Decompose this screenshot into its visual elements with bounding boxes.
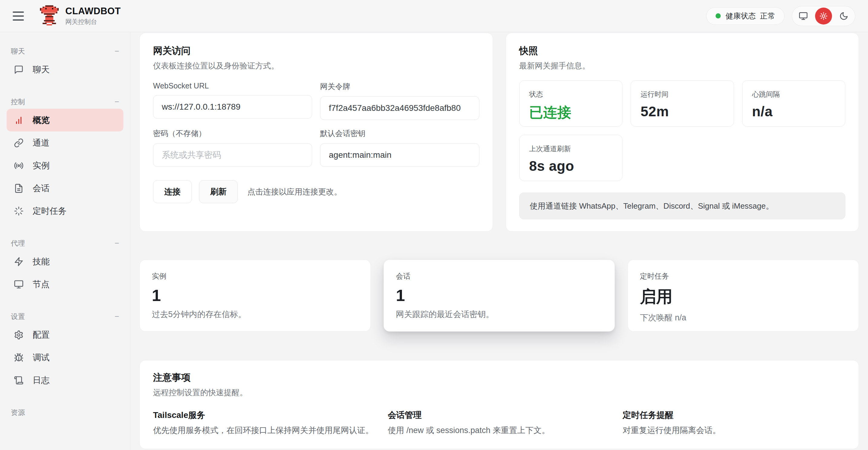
- sidebar-item-nodes[interactable]: 节点: [7, 273, 123, 296]
- ws-url-field-group: WebSocket URL: [153, 81, 312, 120]
- sidebar-item-cron[interactable]: 定时任务: [7, 200, 123, 222]
- link-icon: [14, 138, 24, 148]
- password-label: 密码（不存储）: [153, 129, 312, 138]
- sidebar-section-agent: 代理 − 技能 节点: [7, 238, 123, 296]
- note-body: 使用 /new 或 sessions.patch 来重置上下文。: [388, 425, 610, 435]
- instances-stat-card: 实例 1 过去5分钟内的存在信标。: [140, 259, 371, 332]
- sidebar-item-label: 定时任务: [33, 205, 66, 217]
- heartbeat-tile-value: n/a: [752, 103, 836, 120]
- sidebar-item-label: 通道: [33, 137, 50, 149]
- section-label: 设置: [11, 312, 25, 321]
- sidebar-item-logs[interactable]: 日志: [7, 369, 123, 392]
- note-body: 对重复运行使用隔离会话。: [623, 425, 845, 435]
- connect-hint: 点击连接以应用连接更改。: [247, 187, 342, 197]
- sidebar-section-chat: 聊天 − 聊天: [7, 47, 123, 81]
- sidebar-item-label: 概览: [33, 114, 50, 126]
- sidebar-item-instances[interactable]: 实例: [7, 154, 123, 177]
- sidebar-item-label: 配置: [33, 329, 50, 341]
- sidebar-section-control: 控制 − 概览 通道: [7, 97, 123, 222]
- moon-icon: [839, 11, 848, 21]
- monitor-icon: [14, 280, 24, 289]
- app-header: CLAWDBOT 网关控制台 健康状态 正常: [0, 0, 868, 32]
- gateway-card-subtitle: 仪表板连接位置以及身份验证方式。: [153, 61, 479, 71]
- theme-light-button[interactable]: [815, 7, 832, 25]
- sessions-label: 会话: [396, 271, 602, 281]
- snapshot-card-subtitle: 最新网关握手信息。: [519, 61, 846, 71]
- sidebar-item-label: 会话: [33, 182, 50, 194]
- app-subtitle: 网关控制台: [65, 18, 121, 26]
- password-field-group: 密码（不存储）: [153, 129, 312, 167]
- sidebar-section-settings: 设置 − 配置 调试: [7, 312, 123, 392]
- sidebar-item-chat[interactable]: 聊天: [7, 58, 123, 81]
- status-tile-value: 已连接: [529, 103, 613, 122]
- status-tile: 状态 已连接: [519, 80, 623, 126]
- theme-system-button[interactable]: [796, 9, 810, 23]
- sidebar-item-skills[interactable]: 技能: [7, 250, 123, 273]
- note-item-sessions: 会话管理 使用 /new 或 sessions.patch 来重置上下文。: [388, 410, 610, 435]
- note-body: 优先使用服务模式，在回环接口上保持网关并使用尾网认证。: [153, 425, 376, 435]
- password-input[interactable]: [153, 143, 312, 167]
- heartbeat-tile: 心跳间隔 n/a: [742, 80, 846, 126]
- collapse-icon: −: [115, 238, 119, 248]
- gateway-card-title: 网关访问: [153, 45, 479, 57]
- menu-toggle-button[interactable]: [13, 10, 27, 22]
- health-dot-icon: [716, 13, 721, 19]
- zap-icon: [14, 257, 24, 266]
- clawdbot-logo: [40, 5, 59, 27]
- cron-stat-card: 定时任务 启用 下次唤醒 n/a: [627, 259, 859, 332]
- theme-dark-button[interactable]: [837, 9, 851, 23]
- cron-desc: 下次唤醒 n/a: [640, 312, 846, 323]
- cron-label: 定时任务: [640, 271, 846, 281]
- sidebar-section-agent-header[interactable]: 代理 −: [7, 238, 123, 248]
- notes-card-subtitle: 远程控制设置的快速提醒。: [153, 388, 845, 397]
- status-tile-label: 状态: [529, 90, 613, 99]
- sidebar-item-label: 聊天: [33, 64, 50, 76]
- sidebar-section-chat-header[interactable]: 聊天 −: [7, 47, 123, 56]
- sidebar-section-resources-header[interactable]: 资源: [7, 408, 123, 417]
- sessions-value: 1: [396, 286, 602, 305]
- connect-button[interactable]: 连接: [153, 180, 192, 203]
- sidebar-section-resources: 资源: [7, 408, 123, 417]
- last-refresh-tile-value: 8s ago: [529, 158, 613, 174]
- app-title: CLAWDBOT: [65, 6, 121, 16]
- note-heading: 定时任务提醒: [623, 410, 845, 421]
- monitor-icon: [799, 11, 808, 21]
- refresh-button[interactable]: 刷新: [199, 180, 238, 203]
- sidebar-item-debug[interactable]: 调试: [7, 346, 123, 369]
- sidebar-item-label: 技能: [33, 256, 50, 268]
- notes-card-title: 注意事项: [153, 372, 845, 384]
- broadcast-icon: [14, 161, 24, 170]
- health-value: 正常: [760, 11, 775, 21]
- notes-card: 注意事项 远程控制设置的快速提醒。 Tailscale服务 优先使用服务模式，在…: [140, 360, 859, 449]
- section-label: 资源: [11, 408, 25, 417]
- token-field-group: 网关令牌: [320, 81, 479, 120]
- sidebar-item-config[interactable]: 配置: [7, 324, 123, 346]
- theme-switcher: [792, 6, 855, 26]
- session-key-input[interactable]: [320, 143, 479, 167]
- sidebar-section-control-header[interactable]: 控制 −: [7, 97, 123, 106]
- note-heading: 会话管理: [388, 410, 610, 421]
- token-label: 网关令牌: [320, 81, 479, 91]
- health-label: 健康状态: [725, 11, 756, 21]
- sidebar-item-overview[interactable]: 概览: [7, 109, 123, 132]
- sidebar-item-channels[interactable]: 通道: [7, 132, 123, 154]
- health-status-badge: 健康状态 正常: [706, 7, 784, 25]
- collapse-icon: −: [115, 97, 119, 107]
- note-item-tailscale: Tailscale服务 优先使用服务模式，在回环接口上保持网关并使用尾网认证。: [153, 410, 376, 435]
- sidebar-section-settings-header[interactable]: 设置 −: [7, 312, 123, 321]
- section-label: 聊天: [11, 47, 25, 56]
- sidebar: 聊天 − 聊天 控制 − 概览: [0, 32, 130, 450]
- collapse-icon: −: [115, 312, 119, 321]
- sessions-stat-card: 会话 1 网关跟踪的最近会话密钥。: [383, 259, 615, 332]
- file-text-icon: [14, 184, 24, 193]
- uptime-tile-label: 运行时间: [641, 90, 724, 99]
- ws-url-label: WebSocket URL: [153, 81, 312, 90]
- token-input[interactable]: [320, 96, 479, 120]
- note-item-cron: 定时任务提醒 对重复运行使用隔离会话。: [623, 410, 845, 435]
- session-key-field-group: 默认会话密钥: [320, 129, 479, 167]
- bar-chart-icon: [14, 115, 24, 125]
- sidebar-item-sessions[interactable]: 会话: [7, 177, 123, 200]
- loader-icon: [14, 206, 24, 216]
- ws-url-input[interactable]: [153, 95, 312, 119]
- snapshot-card: 快照 最新网关握手信息。 状态 已连接 运行时间 52m 心跳间隔 n/a 上次…: [506, 33, 859, 232]
